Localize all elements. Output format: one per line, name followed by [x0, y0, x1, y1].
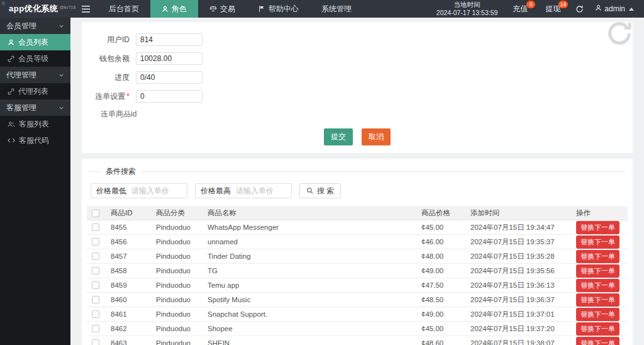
- table-row: 8461 Pinduoduo Snapchat Support. ¢49.00 …: [87, 307, 628, 322]
- nav-item-dashboard[interactable]: 后台首页: [97, 0, 150, 18]
- user-menu[interactable]: admin: [590, 0, 644, 18]
- sidebar-group-label: 客服管理: [6, 103, 36, 113]
- product-table: 商品ID 商品分类 商品名称 商品价格 添加时间 操作 8455 Pinduod…: [87, 206, 628, 345]
- chain-setting-label: 连单设置*: [82, 91, 136, 102]
- cell-product-id: 8459: [106, 281, 151, 289]
- nav-item-help-center[interactable]: 帮助中心: [247, 0, 310, 18]
- person-icon: [8, 39, 14, 46]
- username: admin: [604, 4, 625, 13]
- replace-next-order-button[interactable]: 替换下一单: [576, 279, 619, 292]
- flag-icon: [258, 5, 265, 13]
- replace-next-order-button[interactable]: 替换下一单: [576, 264, 619, 278]
- replace-next-order-button[interactable]: 替换下一单: [576, 250, 619, 263]
- cell-product-name: WhatsApp Messenger: [203, 223, 416, 231]
- cell-product-name: unnamed: [203, 238, 416, 246]
- select-all-checkbox[interactable]: [92, 210, 99, 217]
- table-row: 8458 Pinduoduo TG ¢49.00 2024年07月15日 19:…: [87, 264, 628, 278]
- row-checkbox[interactable]: [92, 296, 99, 303]
- cell-product-id: 8456: [106, 238, 151, 246]
- submit-button[interactable]: 提交: [324, 128, 353, 145]
- topbar: ® app优化系统 @kv718 后台首页 角色 交易 帮助中心 系统管理 当地…: [0, 0, 644, 18]
- sidebar-item-support-list[interactable]: 客服列表: [0, 116, 70, 132]
- sidebar-group-label: 会员管理: [6, 21, 36, 31]
- local-time: 当地时间 2024-07-17 13:53:59: [430, 0, 504, 18]
- table-row: 8457 Pinduoduo Tinder Dating ¢48.00 2024…: [87, 249, 628, 264]
- header-added-time: 添加时间: [465, 208, 571, 218]
- row-checkbox[interactable]: [92, 310, 99, 318]
- row-checkbox[interactable]: [92, 325, 99, 332]
- local-time-label: 当地时间: [454, 1, 480, 9]
- cell-product-name: Tinder Dating: [203, 252, 416, 260]
- app-logo[interactable]: app优化系统 @kv718: [0, 0, 74, 18]
- replace-next-order-button[interactable]: 替换下一单: [576, 308, 619, 321]
- chevron-down-icon: [58, 72, 64, 78]
- header-product-name: 商品名称: [203, 208, 416, 218]
- cell-price: ¢48.60: [416, 339, 465, 345]
- corner-mark: ®: [1, 0, 6, 8]
- row-checkbox[interactable]: [92, 223, 99, 231]
- row-checkbox[interactable]: [92, 267, 99, 274]
- sidebar-item-agent-list[interactable]: 代理列表: [0, 83, 70, 99]
- cell-category: Pinduoduo: [151, 223, 203, 231]
- replace-next-order-button[interactable]: 替换下一单: [576, 235, 619, 249]
- scales-icon: [209, 5, 217, 13]
- wallet-balance-field[interactable]: [136, 52, 203, 65]
- cell-added-time: 2024年07月15日 19:38:07: [465, 339, 571, 345]
- cell-product-name: TG: [203, 267, 416, 274]
- table-row: 8460 Pinduoduo Spotify Music ¢48.50 2024…: [87, 293, 628, 307]
- refresh-watermark-icon: [605, 19, 634, 50]
- cell-price: ¢49.00: [416, 310, 465, 318]
- nav-item-system[interactable]: 系统管理: [310, 0, 363, 18]
- sidebar-item-member-list[interactable]: 会员列表: [0, 34, 70, 50]
- table-header-row: 商品ID 商品分类 商品名称 商品价格 添加时间 操作: [87, 206, 628, 220]
- cell-category: Pinduoduo: [151, 238, 203, 246]
- max-price-input[interactable]: [236, 184, 291, 197]
- max-price-group: 价格最高: [195, 183, 292, 198]
- hamburger-menu-icon[interactable]: [74, 0, 97, 18]
- cell-category: Pinduoduo: [151, 325, 203, 332]
- sidebar-group-member-mgmt[interactable]: 会员管理: [0, 18, 70, 34]
- form-row-user-id: 用户ID: [82, 33, 633, 46]
- sidebar-group-support-mgmt[interactable]: 客服管理: [0, 99, 70, 116]
- recharge-link[interactable]: 充值 0: [504, 0, 536, 18]
- refresh-button[interactable]: [569, 0, 590, 18]
- cell-product-id: 8463: [106, 339, 151, 345]
- sidebar-group-agent-mgmt[interactable]: 代理管理: [0, 67, 70, 83]
- withdraw-link[interactable]: 提现 14: [536, 0, 569, 18]
- sidebar-item-label: 会员列表: [18, 37, 48, 48]
- row-checkbox[interactable]: [92, 252, 99, 260]
- cell-product-id: 8455: [106, 223, 151, 231]
- form-row-wallet: 钱包余额: [82, 52, 633, 65]
- row-checkbox[interactable]: [92, 281, 99, 289]
- progress-field[interactable]: [136, 71, 203, 84]
- search-row: 价格最低 价格最高 搜 索: [91, 183, 625, 198]
- nav-item-transactions[interactable]: 交易: [198, 0, 247, 18]
- replace-next-order-button[interactable]: 替换下一单: [576, 322, 619, 336]
- withdraw-badge: 14: [558, 1, 568, 8]
- cell-added-time: 2024年07月15日 19:34:47: [465, 223, 571, 232]
- user-id-field[interactable]: [136, 33, 203, 46]
- search-button[interactable]: 搜 索: [299, 183, 341, 198]
- replace-next-order-button[interactable]: 替换下一单: [576, 293, 619, 307]
- cancel-button[interactable]: 取消: [362, 128, 391, 145]
- cell-category: Pinduoduo: [151, 310, 203, 318]
- row-checkbox[interactable]: [92, 238, 99, 246]
- sidebar-item-support-code[interactable]: 客服代码: [0, 132, 70, 149]
- table-row: 8462 Pinduoduo Shopee ¢45.00 2024年07月15日…: [87, 322, 628, 336]
- sidebar-item-member-level[interactable]: 会员等级: [0, 50, 70, 67]
- min-price-input[interactable]: [131, 184, 187, 197]
- nav-item-label: 角色: [172, 4, 187, 14]
- row-checkbox[interactable]: [92, 339, 99, 345]
- cell-product-name: SHEIN: [203, 339, 416, 345]
- nav-item-roles[interactable]: 角色: [150, 0, 198, 18]
- cell-category: Pinduoduo: [151, 339, 203, 345]
- cell-added-time: 2024年07月15日 19:35:28: [465, 252, 571, 261]
- min-price-label: 价格最低: [91, 186, 131, 196]
- sidebar-item-label: 会员等级: [18, 54, 48, 64]
- link-icon: [8, 88, 14, 95]
- chain-setting-field[interactable]: [136, 90, 203, 103]
- header-category: 商品分类: [151, 208, 203, 218]
- member-edit-form: 用户ID 钱包余额 进度 连单设置* 连单商品id 提交 取消: [82, 22, 633, 153]
- replace-next-order-button[interactable]: 替换下一单: [576, 221, 619, 234]
- replace-next-order-button[interactable]: 替换下一单: [576, 337, 619, 345]
